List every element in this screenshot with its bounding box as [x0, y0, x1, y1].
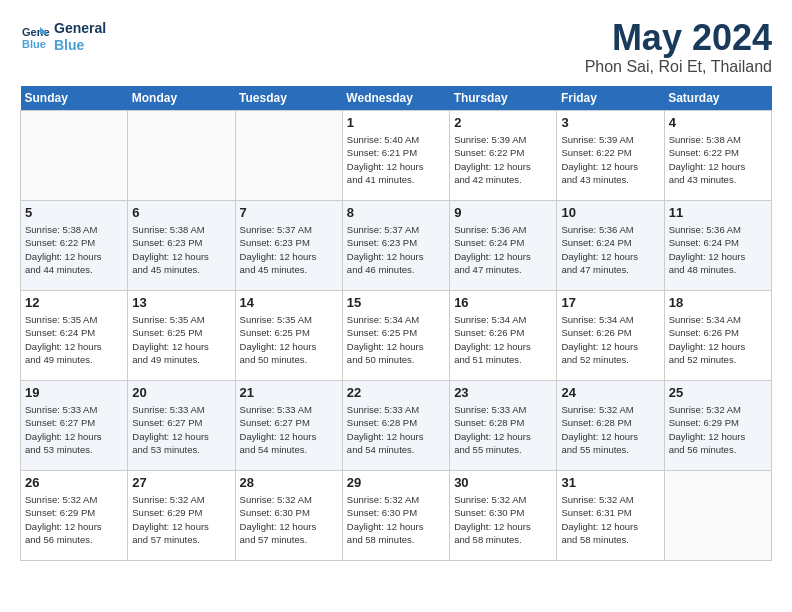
calendar-week-3: 12Sunrise: 5:35 AM Sunset: 6:24 PM Dayli… — [21, 291, 772, 381]
day-number: 6 — [132, 205, 230, 220]
calendar-cell: 24Sunrise: 5:32 AM Sunset: 6:28 PM Dayli… — [557, 381, 664, 471]
logo-blue: Blue — [54, 37, 106, 54]
calendar-cell: 13Sunrise: 5:35 AM Sunset: 6:25 PM Dayli… — [128, 291, 235, 381]
logo: General Blue General Blue — [20, 20, 106, 54]
calendar-cell: 3Sunrise: 5:39 AM Sunset: 6:22 PM Daylig… — [557, 111, 664, 201]
day-number: 13 — [132, 295, 230, 310]
month-title: May 2024 — [585, 20, 772, 56]
day-number: 28 — [240, 475, 338, 490]
calendar-cell: 5Sunrise: 5:38 AM Sunset: 6:22 PM Daylig… — [21, 201, 128, 291]
calendar-cell: 11Sunrise: 5:36 AM Sunset: 6:24 PM Dayli… — [664, 201, 771, 291]
day-header-wednesday: Wednesday — [342, 86, 449, 111]
calendar-cell: 19Sunrise: 5:33 AM Sunset: 6:27 PM Dayli… — [21, 381, 128, 471]
day-number: 27 — [132, 475, 230, 490]
calendar-cell: 16Sunrise: 5:34 AM Sunset: 6:26 PM Dayli… — [450, 291, 557, 381]
page-header: General Blue General Blue May 2024 Phon … — [20, 20, 772, 76]
calendar-cell: 6Sunrise: 5:38 AM Sunset: 6:23 PM Daylig… — [128, 201, 235, 291]
calendar-cell: 9Sunrise: 5:36 AM Sunset: 6:24 PM Daylig… — [450, 201, 557, 291]
calendar-week-2: 5Sunrise: 5:38 AM Sunset: 6:22 PM Daylig… — [21, 201, 772, 291]
day-number: 18 — [669, 295, 767, 310]
day-number: 30 — [454, 475, 552, 490]
day-info: Sunrise: 5:37 AM Sunset: 6:23 PM Dayligh… — [240, 223, 338, 276]
calendar-cell: 10Sunrise: 5:36 AM Sunset: 6:24 PM Dayli… — [557, 201, 664, 291]
day-info: Sunrise: 5:38 AM Sunset: 6:22 PM Dayligh… — [25, 223, 123, 276]
day-number: 29 — [347, 475, 445, 490]
day-number: 4 — [669, 115, 767, 130]
day-number: 17 — [561, 295, 659, 310]
location-subtitle: Phon Sai, Roi Et, Thailand — [585, 58, 772, 76]
calendar-cell: 7Sunrise: 5:37 AM Sunset: 6:23 PM Daylig… — [235, 201, 342, 291]
calendar-cell: 21Sunrise: 5:33 AM Sunset: 6:27 PM Dayli… — [235, 381, 342, 471]
day-info: Sunrise: 5:36 AM Sunset: 6:24 PM Dayligh… — [669, 223, 767, 276]
day-info: Sunrise: 5:35 AM Sunset: 6:25 PM Dayligh… — [132, 313, 230, 366]
day-header-friday: Friday — [557, 86, 664, 111]
day-header-monday: Monday — [128, 86, 235, 111]
calendar-cell: 17Sunrise: 5:34 AM Sunset: 6:26 PM Dayli… — [557, 291, 664, 381]
day-number: 16 — [454, 295, 552, 310]
day-info: Sunrise: 5:37 AM Sunset: 6:23 PM Dayligh… — [347, 223, 445, 276]
day-number: 25 — [669, 385, 767, 400]
calendar-cell: 26Sunrise: 5:32 AM Sunset: 6:29 PM Dayli… — [21, 471, 128, 561]
logo-icon: General Blue — [20, 22, 50, 52]
day-number: 12 — [25, 295, 123, 310]
day-info: Sunrise: 5:39 AM Sunset: 6:22 PM Dayligh… — [454, 133, 552, 186]
calendar-cell: 14Sunrise: 5:35 AM Sunset: 6:25 PM Dayli… — [235, 291, 342, 381]
calendar-header-row: SundayMondayTuesdayWednesdayThursdayFrid… — [21, 86, 772, 111]
day-info: Sunrise: 5:32 AM Sunset: 6:30 PM Dayligh… — [347, 493, 445, 546]
calendar-cell: 29Sunrise: 5:32 AM Sunset: 6:30 PM Dayli… — [342, 471, 449, 561]
svg-text:General: General — [22, 26, 50, 38]
calendar-cell: 25Sunrise: 5:32 AM Sunset: 6:29 PM Dayli… — [664, 381, 771, 471]
calendar-cell: 28Sunrise: 5:32 AM Sunset: 6:30 PM Dayli… — [235, 471, 342, 561]
day-number: 9 — [454, 205, 552, 220]
day-info: Sunrise: 5:32 AM Sunset: 6:31 PM Dayligh… — [561, 493, 659, 546]
day-info: Sunrise: 5:39 AM Sunset: 6:22 PM Dayligh… — [561, 133, 659, 186]
day-info: Sunrise: 5:35 AM Sunset: 6:25 PM Dayligh… — [240, 313, 338, 366]
day-number: 11 — [669, 205, 767, 220]
day-info: Sunrise: 5:33 AM Sunset: 6:27 PM Dayligh… — [132, 403, 230, 456]
calendar-cell: 23Sunrise: 5:33 AM Sunset: 6:28 PM Dayli… — [450, 381, 557, 471]
day-info: Sunrise: 5:32 AM Sunset: 6:29 PM Dayligh… — [669, 403, 767, 456]
calendar-cell: 8Sunrise: 5:37 AM Sunset: 6:23 PM Daylig… — [342, 201, 449, 291]
calendar-cell: 22Sunrise: 5:33 AM Sunset: 6:28 PM Dayli… — [342, 381, 449, 471]
day-header-saturday: Saturday — [664, 86, 771, 111]
day-info: Sunrise: 5:34 AM Sunset: 6:25 PM Dayligh… — [347, 313, 445, 366]
day-number: 2 — [454, 115, 552, 130]
calendar-cell: 27Sunrise: 5:32 AM Sunset: 6:29 PM Dayli… — [128, 471, 235, 561]
calendar-cell: 18Sunrise: 5:34 AM Sunset: 6:26 PM Dayli… — [664, 291, 771, 381]
day-info: Sunrise: 5:34 AM Sunset: 6:26 PM Dayligh… — [669, 313, 767, 366]
day-number: 19 — [25, 385, 123, 400]
day-info: Sunrise: 5:34 AM Sunset: 6:26 PM Dayligh… — [561, 313, 659, 366]
calendar-week-1: 1Sunrise: 5:40 AM Sunset: 6:21 PM Daylig… — [21, 111, 772, 201]
calendar-cell: 31Sunrise: 5:32 AM Sunset: 6:31 PM Dayli… — [557, 471, 664, 561]
day-info: Sunrise: 5:34 AM Sunset: 6:26 PM Dayligh… — [454, 313, 552, 366]
day-number: 8 — [347, 205, 445, 220]
day-number: 21 — [240, 385, 338, 400]
calendar-cell: 1Sunrise: 5:40 AM Sunset: 6:21 PM Daylig… — [342, 111, 449, 201]
day-info: Sunrise: 5:38 AM Sunset: 6:22 PM Dayligh… — [669, 133, 767, 186]
day-number: 3 — [561, 115, 659, 130]
calendar-cell: 2Sunrise: 5:39 AM Sunset: 6:22 PM Daylig… — [450, 111, 557, 201]
day-info: Sunrise: 5:33 AM Sunset: 6:28 PM Dayligh… — [347, 403, 445, 456]
day-number: 14 — [240, 295, 338, 310]
day-header-tuesday: Tuesday — [235, 86, 342, 111]
title-area: May 2024 Phon Sai, Roi Et, Thailand — [585, 20, 772, 76]
day-info: Sunrise: 5:33 AM Sunset: 6:28 PM Dayligh… — [454, 403, 552, 456]
day-info: Sunrise: 5:36 AM Sunset: 6:24 PM Dayligh… — [454, 223, 552, 276]
calendar-cell: 4Sunrise: 5:38 AM Sunset: 6:22 PM Daylig… — [664, 111, 771, 201]
day-number: 24 — [561, 385, 659, 400]
day-info: Sunrise: 5:35 AM Sunset: 6:24 PM Dayligh… — [25, 313, 123, 366]
day-number: 31 — [561, 475, 659, 490]
day-number: 10 — [561, 205, 659, 220]
day-info: Sunrise: 5:36 AM Sunset: 6:24 PM Dayligh… — [561, 223, 659, 276]
day-number: 5 — [25, 205, 123, 220]
calendar-cell — [664, 471, 771, 561]
day-number: 1 — [347, 115, 445, 130]
calendar-cell: 20Sunrise: 5:33 AM Sunset: 6:27 PM Dayli… — [128, 381, 235, 471]
day-number: 15 — [347, 295, 445, 310]
calendar-body: 1Sunrise: 5:40 AM Sunset: 6:21 PM Daylig… — [21, 111, 772, 561]
calendar-cell — [128, 111, 235, 201]
day-info: Sunrise: 5:32 AM Sunset: 6:29 PM Dayligh… — [25, 493, 123, 546]
calendar-week-4: 19Sunrise: 5:33 AM Sunset: 6:27 PM Dayli… — [21, 381, 772, 471]
calendar-table: SundayMondayTuesdayWednesdayThursdayFrid… — [20, 86, 772, 561]
day-number: 22 — [347, 385, 445, 400]
